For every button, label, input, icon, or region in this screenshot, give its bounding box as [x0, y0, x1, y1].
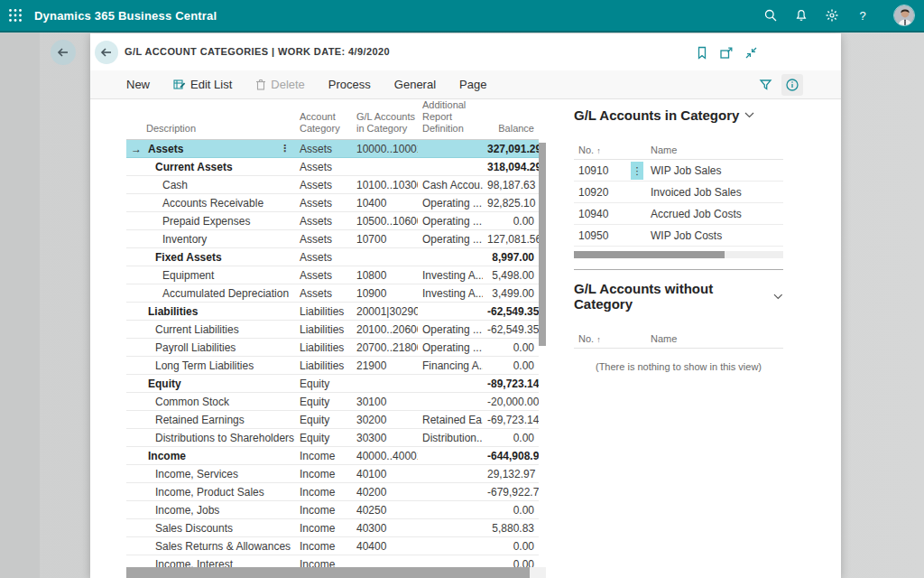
gl-account-categories-page: G/L ACCOUNT CATEGORIES | WORK DATE: 4/9/…	[90, 33, 841, 578]
background-back-button	[51, 40, 76, 65]
svg-text:?: ?	[859, 9, 865, 23]
table-row[interactable]: Common StockEquity30100-20,000.00	[126, 393, 539, 411]
toolbar-item-general[interactable]: General	[394, 78, 436, 91]
open-in-window-icon[interactable]	[719, 45, 734, 60]
page-header: G/L ACCOUNT CATEGORIES | WORK DATE: 4/9/…	[90, 33, 841, 70]
user-avatar[interactable]	[893, 5, 915, 26]
table-row[interactable]: IncomeIncome40000..40001...-644,908.90	[126, 447, 539, 465]
factbox-column-headers: No. ↑ Name	[574, 144, 783, 160]
col-header-description[interactable]: Description	[126, 99, 295, 140]
factbox-heading-without-category[interactable]: G/L Accounts without Category	[574, 281, 783, 312]
bookmark-icon[interactable]	[695, 45, 709, 60]
table-row[interactable]: Payroll LiabilitiesLiabilities20700..218…	[126, 339, 539, 357]
toolbar-item-new[interactable]: New	[126, 78, 150, 91]
factbox-horizontal-scrollbar[interactable]	[574, 251, 783, 258]
settings-gear-icon[interactable]	[825, 8, 839, 23]
action-toolbar: NewEdit ListDeleteProcessGeneralPage	[90, 70, 841, 99]
horizontal-scrollbar[interactable]	[126, 567, 546, 578]
table-row[interactable]: LiabilitiesLiabilities20001|30290|...-62…	[126, 303, 539, 321]
table-row[interactable]: EquipmentAssets10800Investing A...5,498.…	[126, 266, 539, 284]
table-row[interactable]: Accumulated DepreciationAssets10900Inves…	[126, 284, 539, 303]
factbox-col-no[interactable]: No. ↑	[574, 144, 651, 155]
factbox-row[interactable]: 10910⋮WIP Job Sales	[574, 160, 783, 182]
table-row[interactable]: Income, JobsIncome402500.00	[126, 501, 539, 519]
table-row[interactable]: InventoryAssets10700Operating ...127,081…	[126, 230, 539, 248]
factbox-row[interactable]: 10920Invoiced Job Sales	[574, 182, 783, 203]
factbox-heading-in-category[interactable]: G/L Accounts in Category	[574, 107, 783, 123]
selected-row-arrow-icon: →	[131, 143, 142, 155]
table-row[interactable]: Fixed AssetsAssets8,997.00	[126, 248, 539, 266]
table-row[interactable]: Retained EarningsEquity30200Retained Ea.…	[126, 411, 539, 429]
help-icon[interactable]: ?	[855, 8, 870, 23]
vertical-scrollbar[interactable]	[539, 143, 546, 346]
sort-ascending-icon: ↑	[596, 335, 601, 344]
table-row[interactable]: Income, Product SalesIncome40200-679,922…	[126, 483, 539, 501]
factbox-panel: G/L Accounts in Category No. ↑ Name 1091…	[574, 99, 783, 578]
factbox2-col-name[interactable]: Name	[651, 333, 783, 344]
empty-view-message: (There is nothing to show in this view)	[574, 361, 783, 372]
edit-list-icon	[173, 79, 186, 90]
toolbar-item-edit-list[interactable]: Edit List	[173, 78, 232, 91]
row-menu-icon[interactable]: ⋮	[631, 162, 643, 180]
table-row[interactable]: CashAssets10100..10300Cash Accou...98,18…	[126, 176, 539, 194]
app-title: Dynamics 365 Business Central	[34, 9, 217, 23]
app-launcher-icon[interactable]	[0, 0, 31, 31]
table-row[interactable]: Long Term LiabilitiesLiabilities21900Fin…	[126, 357, 539, 375]
trash-icon	[255, 79, 266, 90]
sort-ascending-icon: ↑	[596, 146, 601, 155]
toolbar-item-process[interactable]: Process	[328, 78, 371, 91]
table-row[interactable]: Current AssetsAssets318,094.29	[126, 158, 539, 176]
search-icon[interactable]	[763, 8, 778, 23]
chevron-down-icon	[744, 112, 754, 118]
gl-categories-grid: Description Account Category G/L Account…	[126, 99, 546, 578]
table-row[interactable]: Current LiabilitiesLiabilities20100..206…	[126, 321, 539, 339]
table-row[interactable]: Sales Returns & AllowancesIncome404000.0…	[126, 537, 539, 555]
row-menu-icon[interactable]: ⋮	[280, 143, 290, 154]
table-row[interactable]: Sales DiscountsIncome403005,880.83	[126, 519, 539, 537]
collapse-view-icon[interactable]	[744, 45, 758, 60]
notifications-bell-icon[interactable]	[794, 8, 808, 23]
table-row[interactable]: Prepaid ExpensesAssets10500..10600Operat…	[126, 212, 539, 230]
factbox2-col-no[interactable]: No. ↑	[574, 333, 651, 344]
table-row[interactable]: Distributions to ShareholdersEquity30300…	[126, 429, 539, 447]
horizontal-scrollbar-thumb[interactable]	[126, 567, 530, 578]
factbox-row[interactable]: 10950WIP Job Costs	[574, 225, 783, 247]
factbox-scrollbar-thumb[interactable]	[574, 251, 725, 258]
table-row[interactable]: →Assets⋮Assets10000..10001...327,091.29	[126, 140, 539, 158]
table-row[interactable]: EquityEquity-89,723.14	[126, 375, 539, 393]
info-panel-icon[interactable]	[781, 74, 803, 96]
back-button[interactable]	[95, 41, 118, 64]
col-header-report-definition[interactable]: Additional Report Definition	[418, 99, 483, 140]
col-header-gl-accounts[interactable]: G/L Accounts in Category	[352, 99, 418, 140]
top-app-bar: Dynamics 365 Business Central ?	[0, 0, 924, 33]
table-row[interactable]: Accounts ReceivableAssets10400Operating …	[126, 194, 539, 212]
col-header-account-category[interactable]: Account Category	[295, 99, 352, 140]
col-header-balance[interactable]: Balance	[483, 99, 539, 140]
table-row[interactable]: Income, ServicesIncome4010029,132.97	[126, 465, 539, 483]
factbox-divider	[574, 269, 783, 270]
factbox-col-name[interactable]: Name	[651, 144, 783, 155]
toolbar-item-page[interactable]: Page	[459, 78, 486, 91]
chevron-down-icon	[773, 294, 783, 300]
page-title: G/L ACCOUNT CATEGORIES | WORK DATE: 4/9/…	[125, 46, 390, 57]
filter-icon[interactable]	[754, 74, 776, 96]
background-left-band	[0, 33, 40, 578]
factbox2-column-headers: No. ↑ Name	[574, 333, 783, 349]
toolbar-item-delete: Delete	[255, 78, 305, 91]
page-content: Description Account Category G/L Account…	[90, 99, 841, 578]
factbox-row[interactable]: 10940Accrued Job Costs	[574, 203, 783, 225]
